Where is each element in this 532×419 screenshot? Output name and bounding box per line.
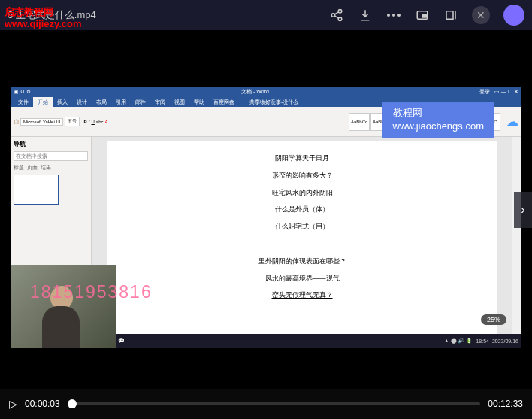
close-icon[interactable]: ✕ bbox=[472, 6, 490, 24]
word-login[interactable]: 登录 bbox=[479, 88, 490, 96]
font-size-select[interactable]: 五号 bbox=[65, 117, 80, 126]
watermark-phone: 18151953816 bbox=[30, 282, 153, 302]
tab-mailings[interactable]: 邮件 bbox=[131, 97, 150, 107]
pip-icon[interactable] bbox=[415, 8, 430, 23]
share-icon[interactable] bbox=[329, 8, 344, 23]
bold-button[interactable]: B bbox=[83, 120, 86, 124]
font-name-select[interactable]: Microsoft YaHei UI bbox=[20, 118, 63, 126]
tab-references[interactable]: 引用 bbox=[111, 97, 131, 107]
avatar[interactable] bbox=[503, 5, 524, 26]
font-color-button[interactable]: A bbox=[105, 120, 108, 124]
svg-point-1 bbox=[331, 14, 335, 17]
tab-file[interactable]: 文件 bbox=[14, 97, 33, 107]
tab-layout[interactable]: 布局 bbox=[92, 97, 111, 107]
tab-baidu[interactable]: 百度网盘 bbox=[209, 97, 239, 107]
tab-insert[interactable]: 插入 bbox=[53, 97, 72, 107]
video-viewport: ▣ ↺ ↻ 文档 - Word 登录 ▭ — ☐ ✕ 文件 开始 插入 设计 布… bbox=[0, 30, 532, 389]
doc-line: 形峦的影响有多大？ bbox=[159, 169, 445, 184]
more-icon[interactable] bbox=[386, 8, 401, 23]
tab-home[interactable]: 开始 bbox=[33, 97, 53, 107]
italic-button[interactable]: I bbox=[89, 120, 90, 124]
video-player-controls: ▷ 00:00:03 00:12:33 bbox=[0, 389, 532, 419]
tab-help[interactable]: 帮助 bbox=[189, 97, 209, 107]
tab-design[interactable]: 设计 bbox=[72, 97, 92, 107]
word-window-controls[interactable]: ▭ — ☐ ✕ bbox=[494, 89, 518, 95]
doc-line: 什么是外员（体） bbox=[159, 202, 445, 217]
taskbar-date[interactable]: 2023/09/16 bbox=[492, 339, 518, 344]
svg-point-5 bbox=[397, 14, 401, 17]
nav-page-thumb[interactable] bbox=[14, 175, 59, 205]
word-tell-me[interactable]: 共享物好意事-没什么 bbox=[245, 97, 303, 107]
watermark-top-left: 启志教程网 www.qijiezy.com bbox=[5, 6, 82, 29]
watermark-blue: 教程网 www.jiaochengs.com bbox=[382, 102, 494, 138]
nav-tab-pages[interactable]: 页面 bbox=[27, 164, 38, 172]
taskbar-time[interactable]: 18:54 bbox=[476, 339, 489, 344]
doc-line: 什么叫宅式（用） bbox=[159, 220, 445, 235]
word-title: 文档 - Word bbox=[31, 88, 479, 96]
next-arrow[interactable]: › bbox=[514, 192, 532, 228]
doc-line: 风水的最高境界——观气 bbox=[159, 272, 445, 287]
total-time: 00:12:33 bbox=[488, 399, 523, 409]
svg-point-2 bbox=[338, 17, 342, 21]
doc-line: 阴阳学算天干日月 bbox=[159, 151, 445, 166]
strike-button[interactable]: abc bbox=[96, 120, 104, 124]
titlebar-actions: ✕ bbox=[329, 5, 524, 26]
svg-rect-7 bbox=[422, 14, 426, 17]
word-titlebar: ▣ ↺ ↻ 文档 - Word 登录 ▭ — ☐ ✕ bbox=[11, 87, 521, 97]
wechat-icon[interactable]: 💬 bbox=[116, 336, 126, 346]
webcam-overlay bbox=[11, 265, 116, 348]
cloud-icon[interactable]: ☁ bbox=[506, 114, 518, 129]
word-qat: ▣ ↺ ↻ bbox=[14, 89, 31, 95]
underline-button[interactable]: U bbox=[91, 120, 94, 124]
nav-title: 导航 bbox=[14, 140, 88, 148]
doc-line: 峦头无假理气无真？ bbox=[159, 288, 445, 303]
scrollbar[interactable] bbox=[512, 137, 521, 348]
svg-point-0 bbox=[338, 10, 342, 14]
style-item[interactable]: AaBbCc bbox=[349, 113, 370, 131]
zoom-badge[interactable]: 25% bbox=[481, 314, 506, 325]
tray-icons[interactable]: ▲ ⬤ 🔊 🔋 bbox=[444, 338, 473, 344]
ribbon-clipboard[interactable]: 📋 bbox=[14, 119, 19, 124]
progress-bar[interactable] bbox=[68, 402, 481, 405]
nav-tab-results[interactable]: 结果 bbox=[41, 164, 51, 172]
svg-point-4 bbox=[392, 14, 395, 17]
nav-search-input[interactable] bbox=[14, 151, 88, 161]
sidebar-toggle-icon[interactable] bbox=[443, 8, 458, 23]
download-icon[interactable] bbox=[358, 8, 373, 23]
document-page[interactable]: 阴阳学算天干日月 形峦的影响有多大？ 旺宅风水的内外阴阳 什么是外员（体） 什么… bbox=[107, 141, 497, 343]
nav-tab-headings[interactable]: 标题 bbox=[14, 164, 24, 172]
tab-review[interactable]: 审阅 bbox=[150, 97, 170, 107]
doc-line: 旺宅风水的内外阴阳 bbox=[159, 186, 445, 201]
svg-rect-8 bbox=[446, 11, 453, 20]
play-button[interactable]: ▷ bbox=[9, 398, 17, 410]
doc-line: 里外阴阳的体现表面在哪些？ bbox=[159, 254, 445, 269]
elapsed-time: 00:00:03 bbox=[25, 399, 60, 409]
progress-thumb[interactable] bbox=[68, 399, 77, 408]
tab-view[interactable]: 视图 bbox=[170, 97, 189, 107]
svg-point-3 bbox=[387, 14, 390, 17]
